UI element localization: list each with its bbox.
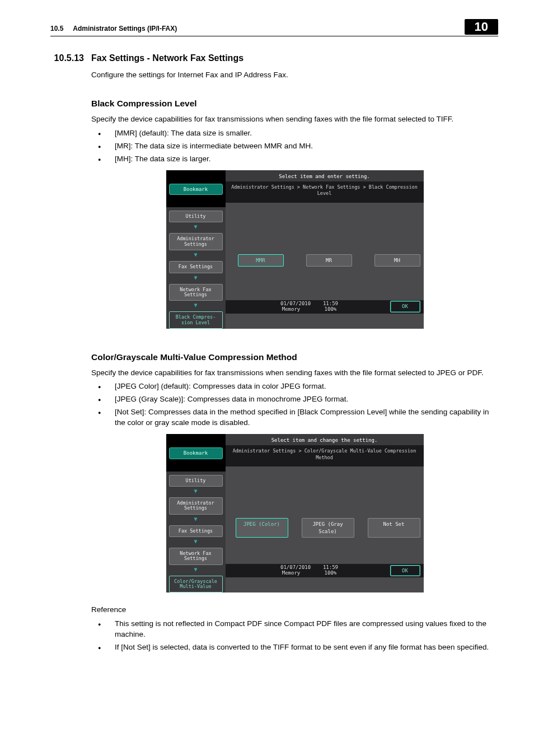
- list-item: [MMR] (default): The data size is smalle…: [91, 128, 498, 139]
- heading-black-compression: Black Compression Level: [91, 97, 498, 110]
- chapter-badge: 10: [465, 19, 498, 35]
- nav-area: Utility ▼ Administrator Settings ▼ Fax S…: [166, 472, 226, 593]
- section-number: 10.5: [50, 25, 63, 32]
- bookmark-area: Bookmark: [166, 445, 226, 472]
- chevron-down-icon: ▼: [169, 222, 223, 233]
- list-item: [MH]: The data size is larger.: [91, 154, 498, 165]
- status-memory-label: Memory: [282, 306, 301, 312]
- chevron-down-icon: ▼: [169, 487, 223, 497]
- nav-utility[interactable]: Utility: [169, 211, 223, 222]
- reference-heading: Reference: [91, 605, 498, 615]
- shot-message: Select item and change the setting.: [226, 434, 424, 445]
- nav-area: Utility ▼ Administrator Settings ▼ Fax S…: [166, 207, 226, 329]
- breadcrumb: Administrator Settings > Color/Grayscale…: [226, 445, 424, 466]
- chevron-down-icon: ▼: [169, 301, 223, 311]
- status-bar: 01/07/2010 11:59 Memory 100% OK: [226, 300, 424, 314]
- screenshot-color-compression: Select item and change the setting. Book…: [166, 434, 424, 592]
- intro-paragraph: Configure the settings for Internet Fax …: [91, 70, 498, 81]
- section-title: Administrator Settings (IP/I-FAX): [73, 25, 177, 32]
- nav-fax-settings[interactable]: Fax Settings: [169, 525, 223, 537]
- ok-button[interactable]: OK: [390, 301, 420, 312]
- heading-color-compression: Color/Grayscale Multi-Value Compression …: [91, 351, 498, 363]
- page-header: 10.5 Administrator Settings (IP/I-FAX) 1…: [0, 0, 534, 35]
- breadcrumb: Administrator Settings > Network Fax Set…: [226, 181, 424, 203]
- status-memory-value: 100%: [325, 570, 337, 576]
- nav-fax-settings[interactable]: Fax Settings: [169, 261, 223, 273]
- shot-message: Select item and enter setting.: [226, 170, 424, 181]
- option-mmr[interactable]: MMR: [238, 254, 284, 267]
- bookmark-area: Bookmark: [166, 181, 226, 208]
- list-item: [JPEG (Gray Scale)]: Compresses data in …: [91, 394, 498, 405]
- heading-3-title: Fax Settings - Network Fax Settings: [91, 52, 243, 64]
- option-mr[interactable]: MR: [306, 254, 352, 267]
- bookmark-button[interactable]: Bookmark: [169, 184, 223, 195]
- heading-3-number: 10.5.13: [50, 52, 91, 64]
- status-time: 11:59: [323, 301, 338, 306]
- black-bullet-list: [MMR] (default): The data size is smalle…: [91, 128, 498, 165]
- list-item: [JPEG Color] (default): Compresses data …: [91, 381, 498, 392]
- screenshot-black-compression: Select item and enter setting. Bookmark …: [166, 170, 424, 329]
- nav-admin-settings[interactable]: Administrator Settings: [169, 497, 223, 515]
- chevron-down-icon: ▼: [169, 565, 223, 576]
- main-panel: MMR MR MH: [226, 203, 424, 300]
- ok-button[interactable]: OK: [390, 565, 420, 577]
- chevron-down-icon: ▼: [169, 515, 223, 525]
- status-time: 11:59: [323, 564, 338, 570]
- shot-corner: [166, 434, 226, 445]
- chevron-down-icon: ▼: [169, 250, 223, 261]
- chevron-down-icon: ▼: [169, 273, 223, 284]
- color-bullet-list: [JPEG Color] (default): Compresses data …: [91, 381, 498, 428]
- list-item: [MR]: The data size is intermediate betw…: [91, 141, 498, 152]
- chevron-down-icon: ▼: [169, 537, 223, 548]
- option-jpeg-color[interactable]: JPEG (Color): [236, 518, 288, 538]
- nav-utility[interactable]: Utility: [169, 475, 223, 487]
- section-label: 10.5 Administrator Settings (IP/I-FAX): [50, 25, 177, 35]
- list-item: If [Not Set] is selected, data is conver…: [91, 642, 498, 653]
- main-panel: JPEG (Color) JPEG (Gray Scale) Not Set: [226, 466, 424, 564]
- status-bar: 01/07/2010 11:59 Memory 100% OK: [226, 564, 424, 577]
- reference-list: This setting is not reflected in Compact…: [91, 619, 498, 653]
- nav-color-grayscale[interactable]: Color/Grayscale Multi-Value: [169, 576, 223, 593]
- status-memory-label: Memory: [282, 570, 301, 576]
- shot-corner: [166, 170, 226, 181]
- list-item: This setting is not reflected in Compact…: [91, 619, 498, 640]
- nav-black-compression[interactable]: Black Compres- sion Level: [169, 311, 223, 329]
- bookmark-button[interactable]: Bookmark: [169, 447, 223, 459]
- nav-network-fax[interactable]: Network Fax Settings: [169, 284, 223, 301]
- nav-network-fax[interactable]: Network Fax Settings: [169, 548, 223, 565]
- status-memory-value: 100%: [325, 306, 337, 312]
- header-rule: [50, 36, 498, 36]
- option-jpeg-gray[interactable]: JPEG (Gray Scale): [302, 518, 354, 538]
- status-date: 01/07/2010: [280, 564, 311, 570]
- option-mh[interactable]: MH: [374, 254, 420, 267]
- black-paragraph: Specify the device capabilities for fax …: [91, 114, 498, 125]
- status-date: 01/07/2010: [280, 301, 311, 306]
- option-not-set[interactable]: Not Set: [368, 518, 420, 538]
- color-paragraph: Specify the device capabilities for fax …: [91, 368, 498, 379]
- nav-admin-settings[interactable]: Administrator Settings: [169, 233, 223, 250]
- list-item: [Not Set]: Compresses data in the method…: [91, 407, 498, 428]
- heading-3: 10.5.13 Fax Settings - Network Fax Setti…: [50, 52, 498, 64]
